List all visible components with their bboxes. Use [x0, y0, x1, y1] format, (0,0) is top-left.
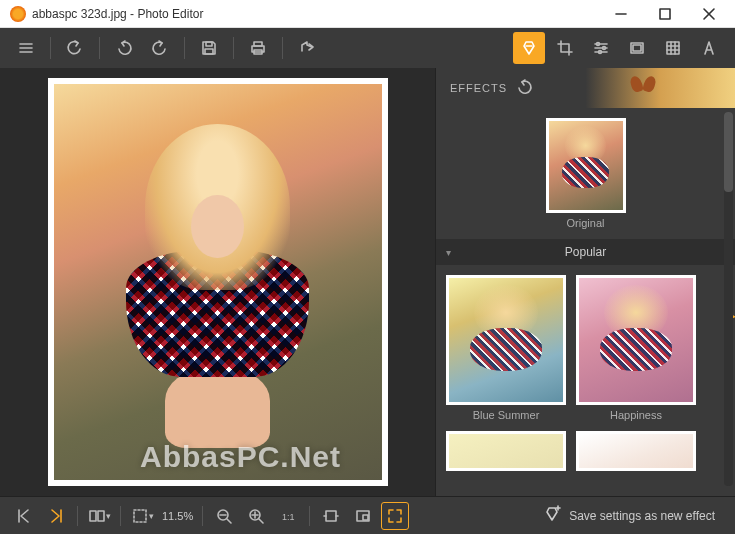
fullscreen-button[interactable] [381, 502, 409, 530]
svg-rect-1 [660, 9, 670, 19]
print-button[interactable] [242, 32, 274, 64]
thumb-original[interactable]: Original [446, 118, 725, 229]
separator [184, 37, 185, 59]
thumb-blue-summer[interactable]: Blue Summer [446, 275, 566, 421]
svg-rect-8 [205, 49, 213, 54]
effects-reset-icon[interactable] [515, 78, 533, 98]
scrollbar-thumb[interactable] [724, 112, 733, 192]
thumb-label: Happiness [610, 409, 662, 421]
svg-rect-39 [326, 511, 336, 521]
thumb-effect-3[interactable] [446, 431, 566, 471]
photo-content [54, 84, 382, 480]
svg-rect-21 [667, 42, 679, 54]
zoom-in-button[interactable] [242, 502, 270, 530]
maximize-button[interactable] [643, 0, 687, 28]
thumb-label: Blue Summer [473, 409, 540, 421]
texture-tab[interactable] [657, 32, 689, 64]
redo-step-button[interactable] [144, 32, 176, 64]
thumb-happiness[interactable]: Happiness [576, 275, 696, 421]
popular-effects-grid: Blue Summer Happiness [436, 265, 735, 481]
save-button[interactable] [193, 32, 225, 64]
separator [282, 37, 283, 59]
zoom-mode-button[interactable]: ▾ [128, 502, 156, 530]
menu-button[interactable] [10, 32, 42, 64]
butterfly-icon [631, 76, 655, 96]
svg-line-32 [227, 519, 231, 523]
thumb-label: Original [567, 217, 605, 229]
top-toolbar [0, 28, 735, 68]
flask-plus-icon [543, 505, 561, 526]
save-as-effect-button[interactable]: Save settings as new effect [531, 505, 727, 526]
separator [120, 506, 121, 526]
navigator-button[interactable] [349, 502, 377, 530]
adjust-tab[interactable] [585, 32, 617, 64]
effects-category-bar[interactable]: ▾ Popular [436, 239, 735, 265]
svg-rect-20 [633, 45, 641, 51]
effects-header: EFFECTS [436, 68, 735, 108]
compare-button[interactable]: ▾ [85, 502, 113, 530]
separator [50, 37, 51, 59]
bottom-toolbar: ▾ ▾ 11.5% 1:1 Save settings as new effec… [0, 496, 735, 534]
svg-text:1:1: 1:1 [282, 512, 295, 522]
crop-tab[interactable] [549, 32, 581, 64]
separator [233, 37, 234, 59]
save-effect-label: Save settings as new effect [569, 509, 715, 523]
svg-rect-29 [98, 511, 104, 521]
zoom-out-button[interactable] [210, 502, 238, 530]
undo-button[interactable] [59, 32, 91, 64]
separator [202, 506, 203, 526]
svg-rect-7 [206, 42, 212, 46]
chevron-down-icon: ▾ [446, 247, 451, 258]
undo-step-button[interactable] [108, 32, 140, 64]
effects-title: EFFECTS [450, 82, 507, 94]
thumb-effect-4[interactable] [576, 431, 696, 471]
image-canvas [48, 78, 388, 486]
text-tab[interactable] [693, 32, 725, 64]
first-image-button[interactable] [10, 502, 38, 530]
main-area: EFFECTS Original ▾ Popular Blue Summer [0, 68, 735, 496]
svg-rect-28 [90, 511, 96, 521]
zoom-level: 11.5% [162, 510, 193, 522]
close-button[interactable] [687, 0, 731, 28]
effects-tab[interactable] [513, 32, 545, 64]
original-section: Original [436, 108, 735, 239]
effects-scrollbar[interactable] [724, 112, 733, 486]
category-label: Popular [565, 245, 606, 259]
fit-button[interactable] [317, 502, 345, 530]
canvas-area[interactable] [0, 68, 435, 496]
svg-line-35 [259, 519, 263, 523]
separator [99, 37, 100, 59]
effects-panel: EFFECTS Original ▾ Popular Blue Summer [435, 68, 735, 496]
zoom-actual-button[interactable]: 1:1 [274, 502, 302, 530]
window-title: abbaspc 323d.jpg - Photo Editor [32, 7, 599, 21]
frame-tab[interactable] [621, 32, 653, 64]
separator [309, 506, 310, 526]
share-button[interactable] [291, 32, 323, 64]
window-titlebar: abbaspc 323d.jpg - Photo Editor [0, 0, 735, 28]
next-image-button[interactable] [42, 502, 70, 530]
separator [77, 506, 78, 526]
svg-rect-30 [134, 510, 146, 522]
svg-rect-43 [363, 515, 368, 520]
app-icon [10, 6, 26, 22]
minimize-button[interactable] [599, 0, 643, 28]
